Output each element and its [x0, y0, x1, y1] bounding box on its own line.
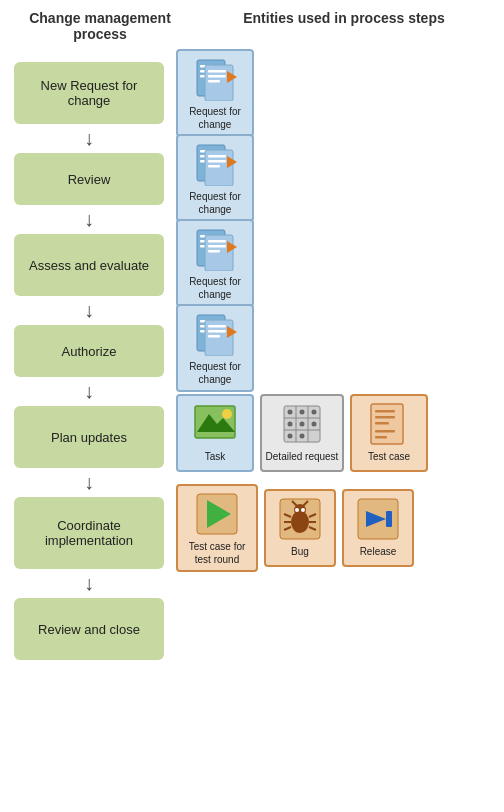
svg-rect-5 [208, 70, 226, 73]
svg-point-47 [288, 422, 293, 427]
step-coordinate: Coordinate implementation [14, 497, 164, 569]
entity-card-testcase: Test case [350, 394, 428, 472]
entity-row-1: Request for change [176, 62, 486, 124]
rfc-icon-1 [192, 56, 238, 102]
svg-point-46 [312, 410, 317, 415]
bug-icon [277, 496, 323, 542]
entity-row-3: Request for change [176, 232, 486, 294]
step-review-close: Review and close [14, 598, 164, 660]
header-right-title: Entities used in process steps [204, 10, 484, 26]
entity-label-bug: Bug [291, 545, 309, 558]
arrow-1: ↓ [84, 127, 94, 150]
header: Change management process Entities used … [10, 10, 494, 42]
svg-rect-25 [208, 250, 220, 253]
svg-rect-6 [208, 75, 226, 78]
entity-row-6: Test case for test round [176, 492, 486, 564]
entity-card-release: Release [342, 489, 414, 567]
svg-rect-34 [208, 335, 220, 338]
svg-rect-57 [375, 436, 387, 439]
arrow-3: ↓ [84, 299, 94, 322]
entity-row-5: Task [176, 402, 486, 464]
arrow-6: ↓ [84, 572, 94, 595]
step-new-request: New Request for change [14, 62, 164, 124]
entity-row-2: Request for change [176, 152, 486, 204]
svg-rect-24 [208, 245, 226, 248]
rfc-icon-3 [192, 226, 238, 272]
entity-card-testround: Test case for test round [176, 484, 258, 572]
main-layout: New Request for change ↓ Review ↓ Assess… [10, 62, 494, 660]
step-authorize: Authorize [14, 325, 164, 377]
svg-point-51 [300, 434, 305, 439]
svg-rect-7 [208, 80, 220, 83]
entity-label-release: Release [360, 545, 397, 558]
entity-card-bug: Bug [264, 489, 336, 567]
process-column: New Request for change ↓ Review ↓ Assess… [10, 62, 168, 660]
entity-label-testcase: Test case [368, 450, 410, 463]
entity-label-testround: Test case for test round [181, 540, 253, 566]
svg-rect-32 [208, 325, 226, 328]
entity-label-task: Task [205, 450, 226, 463]
svg-point-72 [301, 508, 305, 512]
svg-rect-23 [208, 240, 226, 243]
rfc-icon-4 [192, 311, 238, 357]
svg-point-50 [288, 434, 293, 439]
svg-rect-75 [386, 511, 392, 527]
svg-rect-33 [208, 330, 226, 333]
svg-point-44 [288, 410, 293, 415]
entity-card-task: Task [176, 394, 254, 472]
svg-point-45 [300, 410, 305, 415]
svg-rect-14 [208, 155, 226, 158]
svg-rect-53 [375, 410, 395, 413]
svg-point-38 [222, 409, 232, 419]
entity-card-detailed-request: Detailed request [260, 394, 344, 472]
svg-point-49 [312, 422, 317, 427]
header-left-title: Change management process [20, 10, 180, 42]
step-review: Review [14, 153, 164, 205]
svg-rect-55 [375, 422, 389, 425]
arrow-2: ↓ [84, 208, 94, 231]
step-assess: Assess and evaluate [14, 234, 164, 296]
entity-label-detailed-request: Detailed request [266, 450, 339, 463]
arrow-5: ↓ [84, 471, 94, 494]
entity-row-4: Request for change [176, 322, 486, 374]
svg-rect-54 [375, 416, 395, 419]
entities-column: Request for change [176, 62, 486, 660]
testcase-icon [366, 401, 412, 447]
svg-rect-16 [208, 165, 220, 168]
svg-rect-15 [208, 160, 226, 163]
testround-icon [194, 491, 240, 537]
task-icon [192, 401, 238, 447]
svg-point-71 [295, 508, 299, 512]
svg-point-48 [300, 422, 305, 427]
step-plan-updates: Plan updates [14, 406, 164, 468]
release-icon [355, 496, 401, 542]
svg-rect-56 [375, 430, 395, 433]
rfc-icon-2 [192, 141, 238, 187]
detailed-request-icon [279, 401, 325, 447]
arrow-4: ↓ [84, 380, 94, 403]
